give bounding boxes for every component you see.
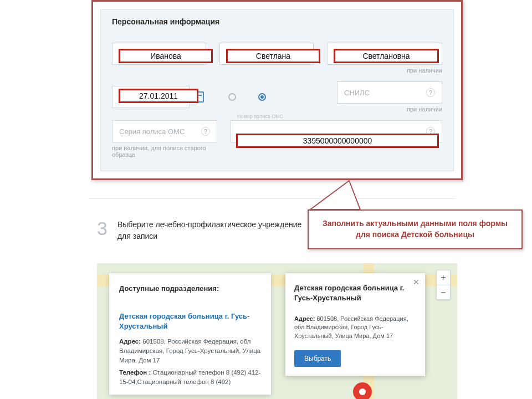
help-icon[interactable]: ? <box>426 88 435 97</box>
select-button[interactable]: Выбрать <box>294 350 341 367</box>
svg-marker-0 <box>310 181 360 209</box>
female-icon <box>272 90 283 104</box>
address-label: Адрес: <box>119 338 141 345</box>
map-marker-icon[interactable] <box>353 382 372 399</box>
popup-title: Детская городская больница г. Гусь-Хруст… <box>294 283 416 303</box>
facility-map[interactable]: + − Доступные подразделения: Детская гор… <box>97 263 457 399</box>
instruction-callout: Заполнить актуальными данными поля формы… <box>308 209 523 249</box>
popup-address: Адрес: 601508, Российская Федерация, обл… <box>294 315 416 340</box>
step-3-header: 3 Выберите лечебно-профилактическое учре… <box>97 219 317 242</box>
address-label: Адрес: <box>294 315 315 322</box>
gender-group <box>228 90 283 104</box>
clinic-phone: Телефон : Стационарный телефон 8 (492) 4… <box>119 368 261 386</box>
step-number: 3 <box>97 219 108 238</box>
address-value: 601508, Российская Федерация, обл Владим… <box>119 338 260 363</box>
subdivisions-panel: Доступные подразделения: Детская городск… <box>109 273 271 395</box>
oms-series-hint: при наличии, для полиса старого образца <box>112 145 217 158</box>
zoom-in-button[interactable]: + <box>437 270 450 285</box>
subdivisions-title: Доступные подразделения: <box>119 284 261 293</box>
phone-label: Телефон : <box>119 369 151 376</box>
close-icon[interactable]: ✕ <box>413 278 420 287</box>
annotation-patronymic: Светлановна <box>334 49 439 63</box>
step-text: Выберите лечебно-профилактическое учрежд… <box>117 219 317 242</box>
section-divider <box>89 198 454 199</box>
annotation-name: Светлана <box>226 49 320 63</box>
facility-popup: ✕ Детская городская больница г. Гусь-Хру… <box>285 273 425 376</box>
gender-female-radio[interactable] <box>258 93 266 101</box>
male-icon <box>242 90 253 104</box>
clinic-address: Адрес: 601508, Российская Федерация, обл… <box>119 337 261 365</box>
zoom-out-button[interactable]: − <box>437 285 450 299</box>
patronymic-hint: при наличии <box>327 67 442 74</box>
help-icon[interactable]: ? <box>201 127 210 136</box>
personal-info-annotation-frame: Персональная информация при наличии <box>91 0 463 180</box>
callout-text: Заполнить актуальными данными поля формы… <box>315 218 515 240</box>
oms-series-field[interactable]: Серия полиса ОМС ? <box>112 120 217 142</box>
annotation-surname: Иванова <box>119 49 213 63</box>
annotation-oms-number: 3395000000000000 <box>236 134 439 148</box>
gender-male-radio[interactable] <box>228 93 236 101</box>
panel-title: Персональная информация <box>112 17 442 26</box>
zoom-control: + − <box>436 270 451 300</box>
oms-series-placeholder: Серия полиса ОМС <box>119 127 185 136</box>
clinic-link[interactable]: Детская городская больница г. Гусь-Хруст… <box>119 311 261 331</box>
snils-hint: при наличии <box>337 106 442 112</box>
annotation-dob: 27.01.2011 <box>119 89 198 103</box>
snils-field[interactable]: СНИЛС ? <box>337 81 442 104</box>
snils-placeholder: СНИЛС <box>344 89 370 97</box>
oms-number-label: Номер полиса ОМС <box>237 114 283 119</box>
